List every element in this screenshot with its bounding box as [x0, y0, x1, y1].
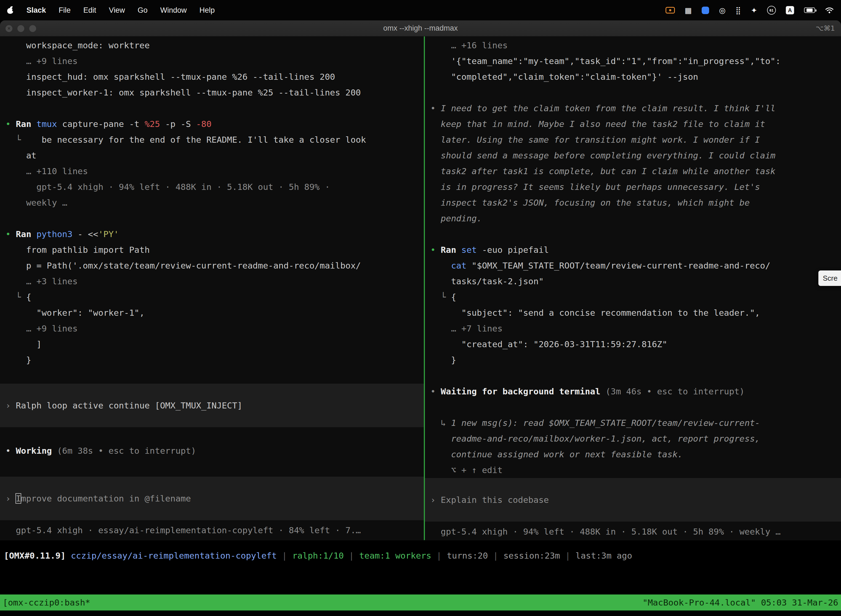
tmux-session-name: [omx-cczip0:bash* [3, 597, 90, 607]
omx-status-line: [OMX#0.11.9] cczip/essay/ai-reimplementa… [0, 548, 841, 563]
working-status-line: • Working (6m 38s • esc to interrupt) [6, 443, 424, 459]
tmux-pane-right[interactable]: … +16 lines '{"team_name":"my-team","tas… [425, 37, 841, 540]
dots-grid-icon[interactable]: ⣿ [736, 6, 741, 15]
text-cursor: I [16, 493, 21, 503]
raycast-icon[interactable] [702, 7, 709, 14]
screen-recording-icon[interactable] [665, 7, 675, 13]
prompt-suggestion: Explain this codebase [441, 495, 549, 505]
apple-menu-icon[interactable] [7, 7, 14, 14]
screenshot-tooltip: Scre [818, 270, 841, 286]
menu-go[interactable]: Go [138, 6, 148, 15]
tmux-session: workspace_mode: worktree … +9 lines insp… [0, 37, 841, 540]
minimize-button[interactable] [18, 25, 24, 32]
tmux-status-bar: [omx-cczip0:bash* "MacBook-Pro-44.local"… [0, 594, 841, 610]
battery-percent-value: 61 [769, 8, 774, 12]
window-title-bar[interactable]: × omx --xhigh --madmax ⌥⌘1 [0, 21, 841, 37]
menu-window[interactable]: Window [160, 6, 187, 15]
prompt-chevron-icon: › [6, 493, 16, 503]
window-title: omx --xhigh --madmax [383, 24, 458, 32]
menu-file[interactable]: File [59, 6, 71, 15]
prompt-input-left[interactable]: › Improve documentation in @filename [0, 477, 424, 520]
menu-edit[interactable]: Edit [84, 6, 96, 15]
ralph-loop-banner: › Ralph loop active continue [OMX_TMUX_I… [0, 384, 424, 427]
zoom-button[interactable] [29, 25, 36, 32]
tmux-pane-left[interactable]: workspace_mode: worktree … +9 lines insp… [0, 37, 424, 540]
input-source-icon[interactable]: A [786, 6, 794, 14]
prompt-input-right[interactable]: › Explain this codebase [425, 478, 841, 522]
prompt-placeholder: mprove documentation in @filename [21, 493, 191, 503]
battery-percent-icon[interactable]: 61 [767, 6, 776, 15]
sparkle-icon[interactable]: ✦ [751, 6, 757, 15]
tmux-host-clock: "MacBook-Pro-44.local" 05:03 31-Mar-26 [643, 597, 838, 607]
menu-view[interactable]: View [109, 6, 125, 15]
input-source-label: A [788, 7, 792, 13]
menu-bar: Slack File Edit View Go Window Help ▦ ◎ … [0, 0, 841, 21]
swirl-icon[interactable]: ◎ [719, 6, 726, 15]
close-button[interactable]: × [6, 25, 12, 32]
model-status-left: gpt-5.4 xhigh · essay/ai-reimplementatio… [6, 522, 424, 538]
terminal-output-right: … +16 lines '{"team_name":"my-team","tas… [431, 38, 841, 478]
menu-help[interactable]: Help [199, 6, 215, 15]
terminal-output-left: workspace_mode: worktree … +9 lines insp… [6, 38, 424, 368]
battery-icon[interactable] [804, 7, 815, 13]
terminal-window: × omx --xhigh --madmax ⌥⌘1 workspace_mod… [0, 21, 841, 540]
model-status-right: gpt-5.4 xhigh · 94% left · 488K in · 5.1… [431, 524, 841, 540]
window-shortcut-badge: ⌥⌘1 [816, 24, 835, 32]
prompt-chevron-icon: › [431, 495, 441, 505]
wifi-icon[interactable] [825, 7, 834, 13]
app-menu-slack[interactable]: Slack [26, 6, 46, 15]
keyboard-icon[interactable]: ▦ [685, 6, 692, 15]
